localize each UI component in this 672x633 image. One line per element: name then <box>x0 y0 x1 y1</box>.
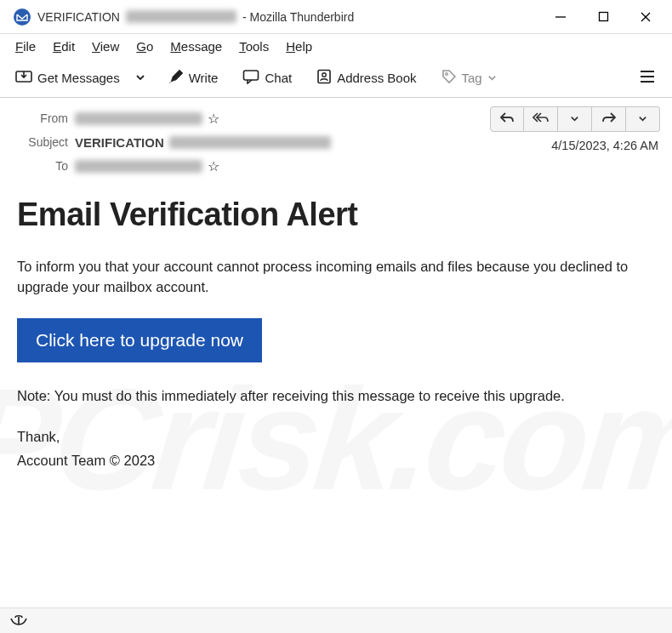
from-value-redacted <box>75 112 202 125</box>
window-title: VERIFICATION - Mozilla Thunderbird <box>37 10 354 24</box>
forward-icon <box>601 111 617 127</box>
tag-icon <box>441 69 457 87</box>
minimize-button[interactable] <box>539 0 582 34</box>
title-suffix: - Mozilla Thunderbird <box>242 10 354 24</box>
menu-edit[interactable]: Edit <box>46 37 82 56</box>
reply-button[interactable] <box>490 106 524 132</box>
chevron-down-icon <box>638 111 647 127</box>
svg-rect-6 <box>244 71 259 80</box>
address-book-button[interactable]: Address Book <box>310 66 423 90</box>
pen-icon <box>168 69 184 87</box>
menu-help[interactable]: Help <box>279 37 319 56</box>
chat-label: Chat <box>265 71 292 85</box>
message-body: PCrisk.com Email Verification Alert To i… <box>0 183 672 509</box>
statusbar <box>0 607 672 633</box>
to-value-redacted <box>75 160 202 173</box>
svg-point-0 <box>14 9 31 26</box>
reply-dropdown[interactable] <box>558 106 592 132</box>
address-book-icon <box>316 69 332 87</box>
subject-redacted <box>169 136 331 149</box>
reply-toolbar <box>490 106 660 132</box>
toolbar: Get Messages Write Chat Address Book Tag <box>0 60 672 98</box>
write-label: Write <box>189 71 219 85</box>
download-icon <box>15 69 32 87</box>
menubar: File Edit View Go Message Tools Help <box>0 34 672 60</box>
menu-file[interactable]: File <box>9 37 43 56</box>
chevron-down-icon <box>570 111 579 127</box>
window-controls <box>539 0 667 34</box>
email-paragraph: To inform you that your account cannot p… <box>17 257 655 298</box>
menu-message[interactable]: Message <box>163 37 229 56</box>
subject-label: Subject <box>12 135 68 149</box>
email-signature: Account Team © 2023 <box>17 451 655 471</box>
svg-point-9 <box>445 73 447 76</box>
window-titlebar: VERIFICATION - Mozilla Thunderbird <box>0 0 672 34</box>
tag-button[interactable]: Tag <box>435 66 504 90</box>
message-header: From ☆ Subject VERIFICATION To ☆ 4/15/20… <box>0 98 672 183</box>
to-row: To ☆ <box>12 154 660 178</box>
forward-button[interactable] <box>592 106 626 132</box>
chat-button[interactable]: Chat <box>236 66 299 90</box>
star-icon[interactable]: ☆ <box>208 111 219 127</box>
menu-view[interactable]: View <box>85 37 126 56</box>
app-menu-button[interactable] <box>631 66 663 90</box>
connection-icon[interactable] <box>10 613 27 630</box>
write-button[interactable]: Write <box>162 66 225 90</box>
email-heading: Email Verification Alert <box>17 197 655 233</box>
upgrade-button[interactable]: Click here to upgrade now <box>17 318 262 362</box>
chevron-down-icon <box>135 71 145 85</box>
menu-tools[interactable]: Tools <box>232 37 276 56</box>
menu-icon <box>640 71 655 86</box>
email-note: Note: You must do this immediately after… <box>17 386 655 407</box>
reply-icon <box>499 111 515 127</box>
reply-all-button[interactable] <box>524 106 558 132</box>
title-prefix: VERIFICATION <box>37 10 120 24</box>
tag-label: Tag <box>462 71 482 85</box>
chat-icon <box>242 69 259 87</box>
title-redacted <box>126 10 236 23</box>
to-label: To <box>12 159 68 173</box>
get-messages-label: Get Messages <box>37 71 120 85</box>
svg-rect-2 <box>599 13 607 21</box>
subject-value: VERIFICATION <box>75 135 164 150</box>
svg-point-8 <box>322 73 326 77</box>
chevron-down-icon <box>487 71 497 85</box>
address-book-label: Address Book <box>337 71 416 85</box>
menu-go[interactable]: Go <box>129 37 160 56</box>
get-messages-button[interactable]: Get Messages <box>9 66 127 90</box>
from-label: From <box>12 111 68 125</box>
get-messages-dropdown[interactable] <box>130 67 151 88</box>
reply-all-icon <box>532 111 550 127</box>
email-thanks: Thank, <box>17 427 655 448</box>
star-icon[interactable]: ☆ <box>208 158 219 174</box>
thunderbird-icon <box>12 7 32 27</box>
close-button[interactable] <box>624 0 667 34</box>
maximize-button[interactable] <box>582 0 624 34</box>
more-actions-dropdown[interactable] <box>626 106 660 132</box>
message-date: 4/15/2023, 4:26 AM <box>551 139 658 152</box>
